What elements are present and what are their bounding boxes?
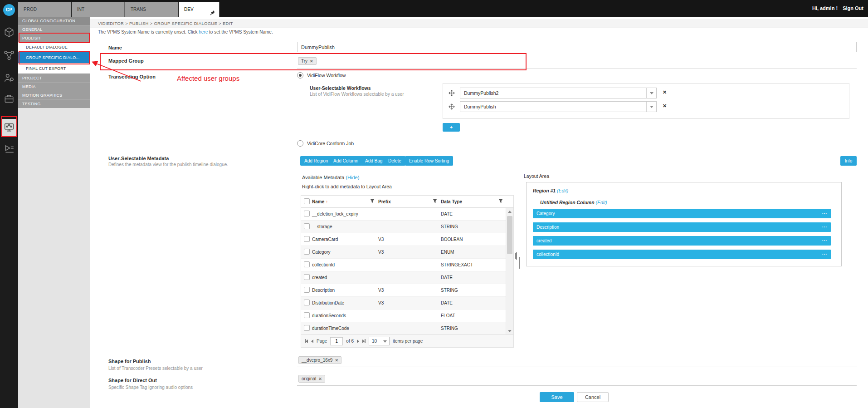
- row-checkbox[interactable]: [304, 211, 310, 216]
- layout-item[interactable]: created ...: [533, 236, 831, 246]
- layout-item[interactable]: Category ...: [533, 209, 831, 218]
- add-bag-button[interactable]: Add Bag: [361, 156, 386, 166]
- item-menu-icon[interactable]: ...: [822, 248, 827, 258]
- column-edit-link[interactable]: (Edit): [596, 200, 607, 205]
- row-checkbox[interactable]: [304, 236, 310, 242]
- system-config-tile[interactable]: [2, 119, 16, 136]
- last-page-button[interactable]: [362, 339, 366, 343]
- sidebar-item-general[interactable]: GENERAL: [18, 25, 90, 34]
- vidicore-radio[interactable]: [297, 140, 303, 147]
- env-tab-dev[interactable]: DEV: [179, 2, 219, 17]
- env-tab-int[interactable]: INT: [72, 2, 125, 17]
- user-settings-icon[interactable]: [4, 73, 15, 84]
- vpms-here-link[interactable]: here: [199, 29, 208, 34]
- shape-publish-field[interactable]: __dvcpro_16x9 ✕: [297, 355, 857, 367]
- remove-tag-icon[interactable]: ✕: [335, 358, 338, 363]
- next-page-button[interactable]: [357, 339, 359, 343]
- column-header-name[interactable]: Name↑: [312, 199, 378, 204]
- table-row[interactable]: durationTimeCode STRING: [301, 322, 513, 335]
- scroll-down-icon[interactable]: [506, 327, 513, 334]
- filter-icon[interactable]: [370, 199, 375, 204]
- row-checkbox[interactable]: [304, 223, 310, 229]
- column-header-prefix[interactable]: Prefix: [378, 199, 441, 204]
- table-row[interactable]: created DATE: [301, 271, 513, 284]
- sidebar-item-motion-graphics[interactable]: MOTION GRAPHICS: [18, 91, 90, 99]
- add-workflow-button[interactable]: +: [443, 123, 460, 132]
- column-header-datatype[interactable]: Data Type: [441, 199, 507, 204]
- page-number-input[interactable]: [330, 337, 343, 345]
- player-icon[interactable]: [4, 144, 15, 155]
- table-row[interactable]: durationSeconds FLOAT: [301, 310, 513, 322]
- table-row[interactable]: DistributionDate V3 DATE: [301, 297, 513, 310]
- chevron-down-icon[interactable]: [646, 88, 656, 98]
- vidiflow-radio[interactable]: [297, 72, 303, 79]
- item-menu-icon[interactable]: ...: [822, 207, 827, 217]
- row-checkbox[interactable]: [304, 287, 310, 293]
- sidebar-item-publish[interactable]: PUBLISH: [18, 34, 90, 42]
- sidebar-item-final-cut-export[interactable]: FINAL CUT EXPORT: [18, 64, 90, 74]
- drag-handle-icon[interactable]: [449, 90, 455, 96]
- remove-tag-icon[interactable]: ✕: [310, 59, 313, 64]
- shape-directout-tag[interactable]: original ✕: [298, 375, 325, 383]
- first-page-button[interactable]: [305, 339, 308, 343]
- sidebar-item-default-dialogue[interactable]: DEFAULT DIALOGUE: [18, 42, 90, 52]
- scroll-up-icon[interactable]: [506, 208, 513, 215]
- prev-page-button[interactable]: [311, 339, 313, 343]
- collapse-panel-icon[interactable]: [515, 253, 517, 259]
- workflow-icon[interactable]: [4, 50, 15, 61]
- table-row[interactable]: __storage STRING: [301, 221, 513, 233]
- env-tab-prod[interactable]: PROD: [18, 2, 71, 17]
- add-region-button[interactable]: Add Region: [300, 156, 332, 166]
- panel-splitter[interactable]: [519, 257, 520, 269]
- shape-publish-tag[interactable]: __dvcpro_16x9 ✕: [298, 356, 341, 364]
- chevron-down-icon[interactable]: [646, 102, 656, 112]
- workflow-select-2[interactable]: DummyPublish: [460, 101, 657, 112]
- table-row[interactable]: Description V3 STRING: [301, 284, 513, 297]
- vidicore-radio-label[interactable]: VidiCore Conform Job: [307, 140, 354, 147]
- hide-link[interactable]: (Hide): [346, 175, 359, 180]
- sign-out-link[interactable]: Sign Out: [843, 5, 863, 11]
- vidiflow-radio-label[interactable]: VidiFlow Workflow: [307, 72, 346, 79]
- filter-icon[interactable]: [433, 199, 437, 204]
- row-checkbox[interactable]: [304, 325, 310, 331]
- env-tab-trans[interactable]: TRANS: [125, 2, 178, 17]
- table-row[interactable]: collectionId STRINGEXACT: [301, 259, 513, 271]
- table-scrollbar[interactable]: [506, 208, 513, 334]
- table-row[interactable]: __deletion_lock_expiry DATE: [301, 208, 513, 221]
- remove-workflow-2-icon[interactable]: ✕: [663, 103, 667, 109]
- save-button[interactable]: Save: [540, 392, 574, 402]
- select-all-checkbox[interactable]: [304, 198, 310, 204]
- drag-handle-icon[interactable]: [449, 103, 455, 110]
- row-checkbox[interactable]: [304, 261, 310, 267]
- items-per-page-select[interactable]: 10: [369, 337, 390, 345]
- modules-icon[interactable]: [4, 27, 15, 38]
- item-menu-icon[interactable]: ...: [822, 235, 827, 244]
- row-checkbox[interactable]: [304, 300, 310, 305]
- filter-icon[interactable]: [498, 199, 503, 204]
- shape-directout-field[interactable]: original ✕: [297, 374, 857, 386]
- name-input[interactable]: [297, 42, 857, 52]
- info-button[interactable]: Info: [840, 156, 857, 166]
- layout-item[interactable]: collectionId ...: [533, 250, 831, 259]
- app-logo[interactable]: CP: [3, 4, 15, 16]
- item-menu-icon[interactable]: ...: [822, 221, 827, 231]
- delete-button[interactable]: Delete: [384, 156, 405, 166]
- region-edit-link[interactable]: (Edit): [557, 188, 568, 193]
- cancel-button[interactable]: Cancel: [577, 392, 609, 402]
- row-checkbox[interactable]: [304, 249, 310, 255]
- mapped-group-tag[interactable]: Try ✕: [298, 57, 317, 65]
- sidebar-item-group-specific-dialogue[interactable]: GROUP SPECIFIC DIALO...: [18, 52, 90, 64]
- table-row[interactable]: Category V3 ENUM: [301, 246, 513, 259]
- remove-tag-icon[interactable]: ✕: [318, 377, 322, 381]
- sidebar-item-media[interactable]: MEDIA: [18, 82, 90, 91]
- scrollbar-thumb[interactable]: [507, 216, 512, 254]
- case-icon[interactable]: [4, 93, 15, 104]
- enable-row-sorting-button[interactable]: Enable Row Sorting: [405, 156, 453, 166]
- row-checkbox[interactable]: [304, 274, 310, 280]
- remove-workflow-1-icon[interactable]: ✕: [663, 89, 667, 95]
- layout-item[interactable]: Description ...: [533, 222, 831, 232]
- workflow-select-1[interactable]: DummyPublish2: [460, 88, 657, 98]
- mapped-group-field[interactable]: Try ✕: [297, 55, 857, 69]
- row-checkbox[interactable]: [304, 312, 310, 318]
- table-row[interactable]: CameraCard V3 BOOLEAN: [301, 233, 513, 246]
